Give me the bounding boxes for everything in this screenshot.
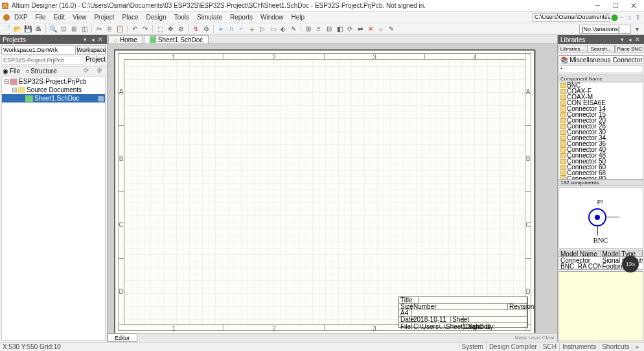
menu-view[interactable]: View — [69, 14, 91, 21]
power-icon[interactable]: ⏚ — [247, 25, 257, 34]
radio-file[interactable]: ◉File — [3, 67, 20, 75]
select-icon[interactable]: ⬚ — [155, 25, 165, 34]
cut-icon[interactable]: ✂ — [95, 25, 104, 34]
separator — [91, 25, 92, 33]
dxp-icon[interactable] — [3, 14, 10, 21]
workspace-combo[interactable]: Workspace1.DsnWrk — [1, 45, 76, 54]
menu-help[interactable]: Help — [288, 14, 309, 21]
preview-icon[interactable]: 🔍 — [49, 25, 58, 34]
find-icon[interactable]: ⌕ — [376, 25, 385, 34]
variations-combo[interactable]: [No Variations] — [579, 25, 631, 34]
menu-dxp[interactable]: DXP — [10, 14, 32, 21]
status-shortcuts[interactable]: Shortcuts — [599, 343, 632, 350]
menu-project[interactable]: Project — [90, 14, 118, 21]
tab-home[interactable]: ⌂Home — [108, 35, 143, 43]
tab-sheet[interactable]: Sheet1.SchDoc — [144, 35, 209, 43]
panel-menu-icon[interactable]: ▾ — [81, 36, 89, 43]
panel-menu-icon[interactable]: ▾ — [618, 36, 626, 43]
delete-icon[interactable]: ✕ — [366, 25, 375, 34]
minimize-button[interactable]: ─ — [588, 1, 606, 11]
status-design-compiler[interactable]: Design Compiler — [486, 343, 540, 350]
panel-pin-icon[interactable]: ◂ — [89, 36, 97, 43]
library-combo[interactable]: 📚 Miscellaneous Connectors.IntLib — [558, 55, 643, 64]
brush-icon[interactable]: ✎ — [387, 25, 396, 34]
note-icon[interactable]: ✎ — [289, 25, 298, 34]
component-name-header[interactable]: Component Name — [558, 75, 643, 82]
separator — [213, 25, 214, 33]
bus-icon[interactable]: ⎍ — [227, 25, 236, 34]
filter-input[interactable]: * — [558, 66, 643, 73]
menu-place[interactable]: Place — [119, 14, 143, 21]
copy-icon[interactable]: ⎘ — [105, 25, 114, 34]
project-tree[interactable]: ⊟ESP32S-Project.PrjPcb ⊟Source Documents… — [1, 77, 106, 341]
settings-icon[interactable]: ⚙ — [97, 67, 104, 75]
save-icon[interactable]: 💾 — [23, 25, 32, 34]
new-icon[interactable]: 📄 — [3, 25, 12, 34]
schematic-canvas[interactable]: 1234 1234 ABCD ABCD Title SizeNumberRevi… — [108, 44, 557, 333]
workspace-button[interactable]: Workspace — [77, 45, 106, 54]
status-sch[interactable]: SCH — [540, 343, 559, 350]
mirror-icon[interactable]: ⇄ — [356, 25, 365, 34]
menu-reports[interactable]: Reports — [226, 14, 257, 21]
panel-close-icon[interactable]: ✕ — [634, 36, 641, 43]
nav-up-icon[interactable]: ⇧ — [634, 14, 641, 21]
notification-badge[interactable]: 19s — [622, 256, 639, 272]
rotate-icon[interactable]: ⟳ — [345, 25, 354, 34]
separator — [45, 25, 46, 33]
redo-icon[interactable]: ↷ — [141, 25, 150, 34]
tree-source-docs[interactable]: ⊟Source Documents — [2, 86, 105, 94]
tree-project-node[interactable]: ⊟ESP32S-Project.PrjPcb — [2, 77, 105, 86]
menu-simulate[interactable]: Simulate — [193, 14, 226, 21]
radio-structure[interactable]: ○Structure — [25, 67, 57, 75]
status-menu-icon[interactable]: » — [632, 343, 641, 350]
move-icon[interactable]: ✥ — [166, 25, 175, 34]
deselect-icon[interactable]: ⊘ — [176, 25, 185, 34]
menu-tools[interactable]: Tools — [170, 14, 193, 21]
panel-close-icon[interactable]: ✕ — [97, 36, 104, 43]
menu-edit[interactable]: Edit — [50, 14, 69, 21]
print-icon[interactable]: 🖶 — [34, 25, 43, 34]
nav-back-icon[interactable]: ⬤ — [610, 14, 618, 21]
open-icon[interactable]: 📂 — [13, 25, 22, 34]
separator — [301, 25, 301, 33]
preview-name: BNC — [593, 236, 608, 244]
component-preview: P? BNC — [558, 188, 643, 248]
tree-sheet-node[interactable]: Sheet1.SchDoc▤ — [2, 94, 105, 103]
place-button[interactable]: Place BNC — [615, 45, 643, 53]
wire-icon[interactable]: ≈ — [216, 25, 225, 34]
search-button[interactable]: Search... — [587, 45, 615, 53]
harness-icon[interactable]: ⊟ — [325, 25, 334, 34]
menu-window[interactable]: Window — [257, 14, 288, 21]
cross-probe-icon[interactable]: ↯ — [191, 25, 200, 34]
project-button[interactable]: Project — [86, 56, 106, 65]
refresh-icon[interactable]: ⟳ — [84, 67, 91, 75]
panel-pin-icon[interactable]: ◂ — [626, 36, 634, 43]
status-instruments[interactable]: Instruments — [559, 343, 599, 350]
zoom-sel-icon[interactable]: ◫ — [80, 25, 89, 34]
paste-icon[interactable]: 📋 — [115, 25, 124, 34]
close-button[interactable]: ✕ — [625, 1, 643, 11]
menu-file[interactable]: File — [32, 14, 50, 21]
component-list[interactable]: BNCCOAX-FCOAX-MCON EISA6EConnector 14Con… — [558, 82, 643, 180]
port-icon[interactable]: ⬖ — [279, 25, 288, 34]
nav-fwd-icon[interactable]: ◦ — [618, 14, 626, 21]
editor-tab[interactable]: Editor — [108, 333, 137, 342]
part-icon[interactable]: ▷ — [258, 25, 267, 34]
zoom-area-icon[interactable]: ⊞ — [69, 25, 78, 34]
maximize-button[interactable]: ☐ — [606, 1, 625, 11]
nav-home-icon[interactable]: ⌂ — [626, 14, 634, 21]
path-combo[interactable]: C:\Users\Osmar\Documents\Alt — [533, 13, 610, 22]
libraries-button[interactable]: Libraries... — [558, 45, 586, 53]
sheet-symbol-icon[interactable]: ▭ — [268, 25, 277, 34]
menu-design[interactable]: Design — [143, 14, 170, 21]
mask-label[interactable]: Mask Level Clear — [514, 335, 557, 341]
generic-icon[interactable]: ◧ — [335, 25, 344, 34]
zoom-fit-icon[interactable]: ⊡ — [59, 25, 68, 34]
netlabel-icon[interactable]: ⌐ — [237, 25, 246, 34]
compile-icon[interactable]: ⚙ — [201, 25, 211, 34]
variations-btn-icon[interactable]: ▾ — [632, 25, 641, 34]
status-system[interactable]: System — [459, 343, 486, 350]
array-icon[interactable]: ⊞ — [304, 25, 313, 34]
align-icon[interactable]: ≡ — [314, 25, 323, 34]
undo-icon[interactable]: ↶ — [130, 25, 139, 34]
